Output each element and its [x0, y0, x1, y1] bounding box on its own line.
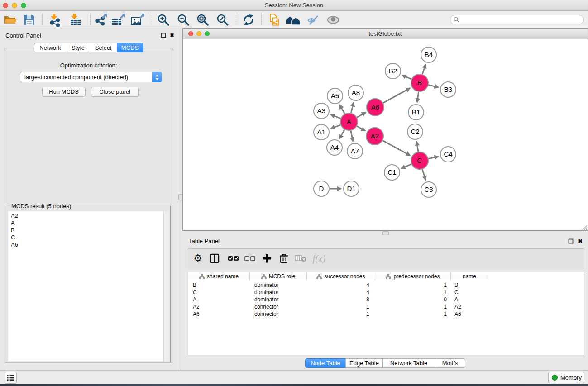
- graph-edge-A6-B[interactable]: [383, 88, 410, 103]
- select-all-icon[interactable]: [227, 249, 240, 268]
- mcds-result-item[interactable]: A6: [8, 241, 169, 248]
- graph-edge-A-A5[interactable]: [340, 105, 345, 114]
- window-resize-grip[interactable]: [582, 224, 587, 230]
- graph-node-A7[interactable]: A7: [347, 143, 363, 159]
- close-table-panel-icon[interactable]: ✖: [578, 238, 583, 244]
- zoom-out-icon[interactable]: [176, 12, 191, 28]
- graph-edge-A2-C[interactable]: [383, 141, 410, 156]
- graph-edge-B-B3[interactable]: [428, 85, 438, 87]
- graph-edge-A-A6[interactable]: [357, 113, 366, 118]
- table-row[interactable]: Adominator80A: [188, 296, 584, 303]
- mcds-result-scrollbar[interactable]: [163, 211, 169, 361]
- graph-node-A1[interactable]: A1: [314, 124, 329, 140]
- graph-edge-A-A8[interactable]: [351, 102, 354, 113]
- export-table-icon[interactable]: [110, 12, 126, 28]
- graph-node-B3[interactable]: B3: [440, 82, 456, 97]
- memory-button[interactable]: Memory: [548, 372, 584, 383]
- refresh-icon[interactable]: [241, 12, 256, 28]
- export-network-icon[interactable]: [93, 12, 108, 28]
- graph-node-B[interactable]: B: [411, 74, 428, 91]
- zoom-fit-icon[interactable]: [195, 12, 210, 28]
- zoom-in-icon[interactable]: [156, 12, 171, 28]
- import-table-icon[interactable]: [67, 12, 83, 28]
- zoom-selected-icon[interactable]: [215, 12, 230, 28]
- search-input[interactable]: [450, 15, 584, 24]
- graph-node-A[interactable]: A: [340, 113, 358, 130]
- tab-select[interactable]: Select: [90, 43, 117, 52]
- show-all-icon[interactable]: [325, 12, 341, 28]
- open-file-icon[interactable]: [2, 12, 18, 28]
- save-session-icon[interactable]: [21, 12, 37, 28]
- copy-network-icon[interactable]: [267, 12, 282, 28]
- hide-selected-icon[interactable]: [306, 12, 321, 28]
- graph-edge-C-C3[interactable]: [422, 169, 425, 180]
- graph-node-A4[interactable]: A4: [327, 140, 342, 155]
- graph-node-A8[interactable]: A8: [348, 85, 363, 100]
- columns-icon[interactable]: [209, 249, 220, 268]
- graph-node-D[interactable]: D: [314, 181, 329, 196]
- first-neighbors-icon[interactable]: [285, 12, 301, 28]
- tab-network-table[interactable]: Network Table: [382, 358, 435, 368]
- graph-edge-B-B2[interactable]: [402, 75, 411, 79]
- graph-node-C4[interactable]: C4: [440, 147, 456, 162]
- graph-node-B4[interactable]: B4: [421, 47, 436, 62]
- graph-node-A2[interactable]: A2: [366, 128, 383, 145]
- tab-style[interactable]: Style: [67, 43, 90, 52]
- column-header-MCDS-role[interactable]: MCDS role: [250, 272, 307, 281]
- graph-node-A6[interactable]: A6: [367, 99, 384, 116]
- column-header-predecessor-nodes[interactable]: predecessor nodes: [375, 272, 451, 281]
- delete-table-icon[interactable]: [294, 249, 307, 268]
- graph-node-A5[interactable]: A5: [327, 88, 343, 104]
- graph-edge-A-A4[interactable]: [339, 129, 344, 138]
- tab-motifs[interactable]: Motifs: [435, 358, 465, 368]
- graph-node-C1[interactable]: C1: [384, 165, 400, 180]
- graph-edge-C-C2[interactable]: [416, 142, 418, 152]
- run-mcds-button[interactable]: Run MCDS: [42, 87, 86, 97]
- mcds-result-list[interactable]: A2ABCA6: [8, 211, 169, 361]
- close-panel-icon[interactable]: ✖: [169, 33, 175, 38]
- graph-edge-C-C1[interactable]: [401, 164, 411, 169]
- tab-edge-table[interactable]: Edge Table: [345, 358, 383, 368]
- graph-edge-C-C4[interactable]: [429, 157, 439, 159]
- graph-edge-A-A2[interactable]: [357, 126, 365, 131]
- float-table-panel-icon[interactable]: [568, 238, 574, 244]
- graph-node-D1[interactable]: D1: [344, 181, 359, 196]
- tab-mcds[interactable]: MCDS: [117, 43, 143, 52]
- table-row[interactable]: Bdominator41B: [188, 281, 584, 289]
- optimization-criterion-select[interactable]: largest connected component (directed): [20, 72, 162, 82]
- graph-node-B2[interactable]: B2: [385, 63, 401, 79]
- tab-node-table[interactable]: Node Table: [305, 358, 346, 368]
- graph-node-C2[interactable]: C2: [407, 124, 423, 139]
- table-row[interactable]: A6connector11A6: [188, 310, 584, 318]
- mcds-result-item[interactable]: B: [8, 227, 169, 234]
- graph-edge-A-A1[interactable]: [331, 125, 341, 129]
- table-row[interactable]: A2connector11A2: [188, 303, 584, 310]
- mcds-result-item[interactable]: A2: [8, 212, 169, 219]
- horizontal-splitter-grip[interactable]: [382, 231, 389, 235]
- deselect-all-icon[interactable]: [244, 249, 256, 268]
- mcds-result-item[interactable]: C: [8, 234, 169, 241]
- close-panel-button[interactable]: Close panel: [91, 87, 139, 97]
- column-header-shared-name[interactable]: shared name: [188, 272, 250, 281]
- function-builder-icon[interactable]: f(x): [311, 249, 327, 268]
- task-history-button[interactable]: [5, 372, 17, 384]
- add-column-icon[interactable]: [261, 249, 272, 268]
- float-panel-icon[interactable]: [161, 33, 166, 38]
- gear-icon[interactable]: ⚙: [192, 249, 204, 268]
- column-header-name[interactable]: name: [451, 272, 488, 281]
- column-header-successor-nodes[interactable]: successor nodes: [307, 272, 375, 281]
- table-row[interactable]: Cdominator41C: [188, 289, 584, 296]
- graph-node-B1[interactable]: B1: [408, 105, 424, 120]
- graph-edge-B-B4[interactable]: [422, 64, 425, 74]
- mcds-result-item[interactable]: A: [8, 219, 169, 227]
- tab-network[interactable]: Network: [34, 43, 67, 52]
- graph-node-C[interactable]: C: [411, 152, 428, 169]
- network-graph-canvas[interactable]: B4B2BB3A5A8A6B1A3AA1C2A2A4A7C4CC1C3DD1: [183, 39, 588, 230]
- graph-edge-A-A3[interactable]: [330, 114, 340, 119]
- export-image-icon[interactable]: [130, 12, 145, 28]
- graph-edge-A-A7[interactable]: [351, 131, 353, 142]
- graph-edge-B-B1[interactable]: [417, 92, 419, 102]
- import-network-icon[interactable]: [47, 12, 62, 28]
- graph-node-C3[interactable]: C3: [421, 182, 436, 197]
- graph-node-A3[interactable]: A3: [314, 103, 329, 119]
